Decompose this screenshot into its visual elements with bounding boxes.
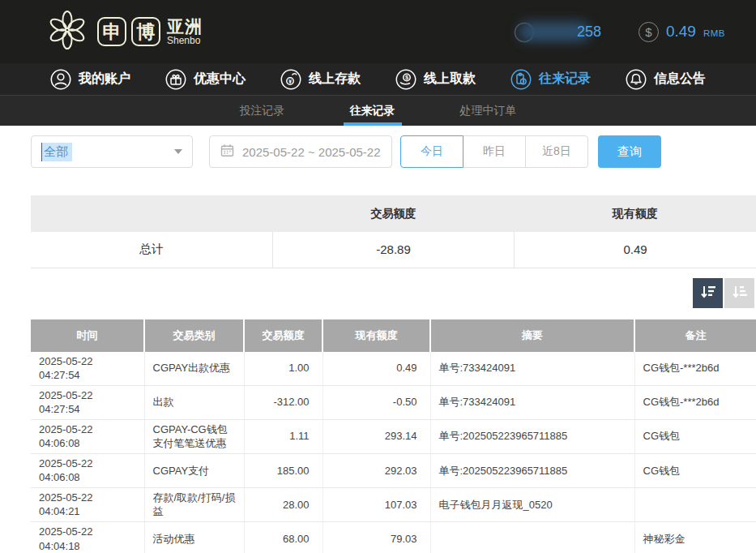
cell-amount: 185.00: [244, 453, 322, 487]
cell-amount: 1.11: [244, 419, 322, 453]
cell-balance: -0.50: [322, 385, 430, 419]
summary-header-row: 交易额度 现有额度: [31, 195, 756, 232]
nav-item-withdraw[interactable]: $ 线上取款: [395, 69, 476, 90]
sort-descending-button[interactable]: [693, 278, 723, 308]
cell-type: CGPAY-CG钱包支付笔笔送优惠: [144, 419, 244, 453]
cell-summary: 电子钱包月月返现_0520: [430, 487, 634, 521]
logo-subtitle: Shenbo: [167, 36, 203, 46]
sort-descending-icon: [699, 283, 717, 303]
table-row: 2025-05-22 04:06:08 CGPAY-CG钱包支付笔笔送优惠 1.…: [31, 419, 756, 453]
withdraw-coin-icon: $: [395, 69, 416, 90]
table-header-row: 时间 交易类别 交易额度 现有额度 摘要 备注: [31, 319, 756, 352]
balance-display[interactable]: $ 0.49 RMB: [639, 22, 725, 42]
sort-controls: [0, 278, 754, 308]
summary-total-row: 总计 -28.89 0.49: [31, 232, 756, 268]
cell-balance: 107.03: [322, 487, 430, 521]
cell-time: 2025-05-22 04:27:54: [31, 385, 144, 419]
cell-summary: 单号:202505223965711885: [430, 419, 634, 453]
sort-ascending-icon: [731, 283, 749, 303]
table-row: 2025-05-22 04:27:54 出款 -312.00 -0.50 单号:…: [31, 385, 756, 419]
table-row: 2025-05-22 04:04:18 活动优惠 68.00 79.03 神秘彩…: [31, 521, 756, 553]
table-row: 2025-05-22 04:27:54 CGPAY出款优惠 1.00 0.49 …: [31, 352, 756, 386]
nav-item-deposit[interactable]: ¥ 线上存款: [280, 69, 361, 90]
col-summary: 摘要: [430, 319, 634, 352]
cell-type: 存款/取款/打码/损益: [144, 487, 244, 521]
yesterday-button[interactable]: 昨日: [463, 135, 526, 168]
table-row: 2025-05-22 04:04:21 存款/取款/打码/损益 28.00 10…: [31, 487, 756, 521]
logo-char-shen: 申: [97, 17, 126, 46]
cell-summary: [430, 521, 634, 553]
main-nav: 我的账户 优惠中心 ¥ 线上存款 $: [0, 63, 756, 95]
balance-currency: RMB: [703, 25, 725, 38]
last-8-days-button[interactable]: 近8日: [525, 135, 588, 168]
person-icon: [50, 69, 71, 90]
cell-amount: 28.00: [244, 487, 322, 521]
top-header: 申 博 亚洲 Shenbo 258 $ 0.49 RMB: [0, 0, 756, 63]
cell-time: 2025-05-22 04:04:21: [31, 487, 144, 521]
nav-item-label: 往来记录: [539, 71, 591, 88]
transaction-type-select[interactable]: 全部: [31, 135, 193, 168]
cell-type: CGPAY出款优惠: [144, 352, 244, 386]
cell-remark: CG钱包-***2b6d: [634, 352, 756, 386]
tab-transaction-records[interactable]: 往来记录: [347, 96, 399, 126]
cell-time: 2025-05-22 04:04:18: [31, 521, 144, 553]
cell-balance: 292.03: [322, 453, 430, 487]
date-range-picker[interactable]: 2025-05-22 ~ 2025-05-22: [209, 135, 392, 168]
col-current-balance: 现有额度: [322, 319, 430, 352]
cell-remark: CG钱包-***2b6d: [634, 385, 756, 419]
account-number-suffix: 258: [577, 24, 601, 41]
sort-ascending-button[interactable]: [724, 278, 754, 308]
nav-item-label: 信息公告: [654, 71, 706, 88]
cell-time: 2025-05-22 04:06:08: [31, 453, 144, 487]
nav-item-announcements[interactable]: 信息公告: [626, 69, 706, 90]
transactions-table: 时间 交易类别 交易额度 现有额度 摘要 备注 2025-05-22 04:27…: [31, 319, 756, 553]
sub-nav: 投注记录 往来记录 处理中订单: [0, 95, 756, 126]
calendar-icon: [220, 144, 234, 160]
summary-col-transaction-amount: 交易额度: [272, 195, 514, 232]
cell-time: 2025-05-22 04:06:08: [31, 419, 144, 453]
table-row: 2025-05-22 04:06:08 CGPAY支付 185.00 292.0…: [31, 453, 756, 487]
summary-table: 交易额度 现有额度 总计 -28.89 0.49: [31, 195, 756, 268]
deposit-coin-icon: ¥: [280, 69, 301, 90]
nav-item-promotions[interactable]: 优惠中心: [165, 69, 246, 90]
cell-balance: 0.49: [322, 352, 430, 386]
cell-remark: CG钱包: [634, 419, 756, 453]
site-logo[interactable]: 申 博 亚洲 Shenbo: [45, 8, 203, 55]
cell-type: CGPAY支付: [144, 453, 244, 487]
cell-summary: 单号:733424091: [430, 352, 634, 386]
nav-item-label: 线上存款: [309, 71, 361, 88]
cell-balance: 293.14: [322, 419, 430, 453]
cell-time: 2025-05-22 04:27:54: [31, 352, 144, 386]
cell-remark: CG钱包: [634, 453, 756, 487]
nav-item-my-account[interactable]: 我的账户: [50, 69, 130, 90]
chevron-down-icon: [174, 149, 182, 154]
logo-region-text: 亚洲: [167, 18, 203, 36]
summary-col-current-balance: 现有额度: [515, 195, 756, 232]
filter-bar: 全部 2025-05-22 ~ 2025-05-22 今日 昨日 近8日 查询: [31, 135, 756, 168]
nav-item-label: 优惠中心: [194, 71, 246, 88]
summary-col-empty: [31, 195, 272, 232]
balance-amount: 0.49: [666, 23, 696, 41]
col-time: 时间: [31, 319, 144, 352]
cell-amount: -312.00: [244, 385, 322, 419]
cell-amount: 1.00: [244, 352, 322, 386]
gift-icon: [165, 69, 186, 90]
query-button[interactable]: 查询: [598, 135, 661, 168]
today-button[interactable]: 今日: [400, 135, 463, 168]
select-selected-value: 全部: [41, 143, 72, 161]
account-chip[interactable]: 258: [519, 22, 601, 41]
nav-item-label: 线上取款: [424, 71, 476, 88]
date-range-value: 2025-05-22 ~ 2025-05-22: [242, 145, 381, 159]
cell-type: 出款: [144, 385, 244, 419]
nav-item-label: 我的账户: [79, 71, 130, 88]
cell-summary: 单号:733424091: [430, 385, 634, 419]
logo-char-bo: 博: [131, 17, 160, 46]
bell-icon: [626, 69, 647, 90]
cell-balance: 79.03: [322, 521, 430, 553]
summary-total-transaction-amount: -28.89: [272, 232, 514, 268]
nav-item-transaction-records[interactable]: 往来记录: [510, 69, 591, 90]
records-clipboard-icon: [510, 69, 532, 90]
quick-range-group: 今日 昨日 近8日: [400, 135, 588, 168]
tab-betting-records[interactable]: 投注记录: [237, 96, 288, 126]
tab-processing-orders[interactable]: 处理中订单: [457, 96, 520, 126]
